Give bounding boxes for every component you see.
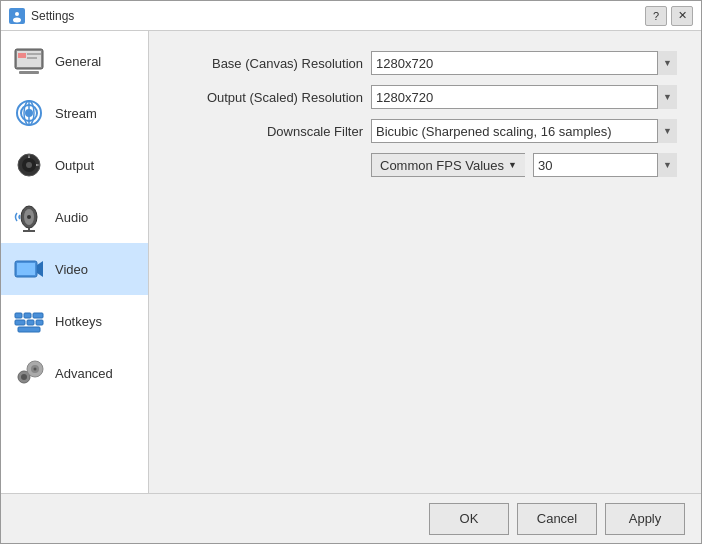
svg-rect-32 <box>18 327 40 332</box>
output-resolution-label: Output (Scaled) Resolution <box>173 90 363 105</box>
window-title: Settings <box>31 9 645 23</box>
cancel-button[interactable]: Cancel <box>517 503 597 535</box>
audio-icon <box>13 201 45 233</box>
sidebar-item-advanced[interactable]: Advanced <box>1 347 148 399</box>
app-icon <box>9 8 25 24</box>
base-resolution-select[interactable]: 1280x720 1920x1080 1366x768 3840x2160 <box>371 51 677 75</box>
output-resolution-select[interactable]: 1280x720 1920x1080 854x480 640x360 <box>371 85 677 109</box>
fps-row: Common FPS Values ▼ 30 24 NTSC 48 60 ▼ <box>173 153 677 177</box>
advanced-icon <box>13 357 45 389</box>
general-label: General <box>55 54 101 69</box>
base-resolution-label: Base (Canvas) Resolution <box>173 56 363 71</box>
main-panel: Base (Canvas) Resolution 1280x720 1920x1… <box>149 31 701 493</box>
sidebar-item-stream[interactable]: Stream <box>1 87 148 139</box>
close-button[interactable]: ✕ <box>671 6 693 26</box>
fps-value-select[interactable]: 30 24 NTSC 48 60 <box>533 153 677 177</box>
svg-rect-26 <box>15 313 22 318</box>
output-resolution-row: Output (Scaled) Resolution 1280x720 1920… <box>173 85 677 109</box>
video-icon <box>13 253 45 285</box>
sidebar-item-general[interactable]: General <box>1 35 148 87</box>
output-resolution-select-wrapper: 1280x720 1920x1080 854x480 640x360 ▼ <box>371 85 677 109</box>
downscale-filter-label: Downscale Filter <box>173 124 363 139</box>
output-icon <box>13 149 45 181</box>
video-label: Video <box>55 262 88 277</box>
hotkeys-label: Hotkeys <box>55 314 102 329</box>
sidebar: General Stream <box>1 31 149 493</box>
svg-rect-9 <box>19 71 39 74</box>
title-bar-buttons: ? ✕ <box>645 6 693 26</box>
base-resolution-row: Base (Canvas) Resolution 1280x720 1920x1… <box>173 51 677 75</box>
svg-rect-28 <box>33 313 43 318</box>
fps-type-arrow-icon: ▼ <box>508 160 517 170</box>
general-icon <box>13 45 45 77</box>
audio-label: Audio <box>55 210 88 225</box>
content-area: General Stream <box>1 31 701 493</box>
title-bar: Settings ? ✕ <box>1 1 701 31</box>
stream-label: Stream <box>55 106 97 121</box>
stream-icon <box>13 97 45 129</box>
svg-rect-30 <box>27 320 34 325</box>
settings-window: Settings ? ✕ G <box>0 0 702 544</box>
svg-point-17 <box>26 162 32 168</box>
hotkeys-icon <box>13 305 45 337</box>
sidebar-item-audio[interactable]: Audio <box>1 191 148 243</box>
apply-button[interactable]: Apply <box>605 503 685 535</box>
fps-type-label: Common FPS Values <box>380 158 504 173</box>
sidebar-item-hotkeys[interactable]: Hotkeys <box>1 295 148 347</box>
svg-rect-25 <box>17 263 35 275</box>
fps-value-wrapper: 30 24 NTSC 48 60 ▼ <box>533 153 677 177</box>
svg-rect-31 <box>36 320 43 325</box>
svg-point-37 <box>34 368 37 371</box>
fps-type-button[interactable]: Common FPS Values ▼ <box>371 153 525 177</box>
svg-marker-24 <box>37 261 43 277</box>
svg-point-1 <box>15 12 19 16</box>
svg-point-2 <box>13 17 21 22</box>
bottom-bar: OK Cancel Apply <box>1 493 701 543</box>
help-button[interactable]: ? <box>645 6 667 26</box>
advanced-label: Advanced <box>55 366 113 381</box>
svg-rect-27 <box>24 313 31 318</box>
svg-point-20 <box>27 215 31 219</box>
ok-button[interactable]: OK <box>429 503 509 535</box>
output-label: Output <box>55 158 94 173</box>
downscale-filter-row: Downscale Filter Bicubic (Sharpened scal… <box>173 119 677 143</box>
svg-rect-29 <box>15 320 25 325</box>
video-settings-form: Base (Canvas) Resolution 1280x720 1920x1… <box>173 51 677 473</box>
base-resolution-select-wrapper: 1280x720 1920x1080 1366x768 3840x2160 ▼ <box>371 51 677 75</box>
sidebar-item-video[interactable]: Video <box>1 243 148 295</box>
svg-rect-7 <box>27 57 37 59</box>
svg-point-34 <box>21 374 27 380</box>
sidebar-item-output[interactable]: Output <box>1 139 148 191</box>
downscale-filter-select[interactable]: Bicubic (Sharpened scaling, 16 samples) … <box>371 119 677 143</box>
svg-rect-6 <box>27 53 41 55</box>
downscale-filter-select-wrapper: Bicubic (Sharpened scaling, 16 samples) … <box>371 119 677 143</box>
svg-rect-5 <box>18 53 26 58</box>
